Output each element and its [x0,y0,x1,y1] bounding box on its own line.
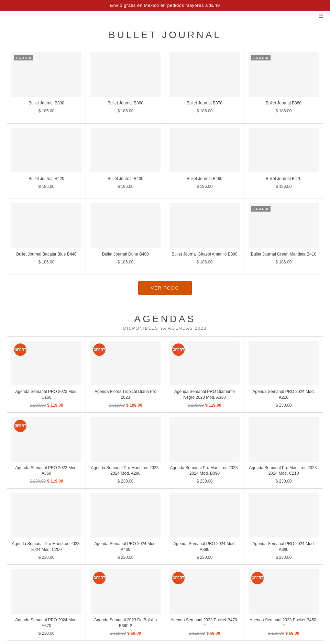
product-card[interactable]: Bullet Journal Dune B400$ 186.00 [86,199,165,274]
product-card[interactable]: Agenda Semanal Pro Maestros 2023-2024 Mo… [165,413,244,489]
original-price: $ 230.00 [30,403,46,408]
product-name: Agenda Semanal 2023 Pocket B450-2 [249,617,319,629]
product-price-container: $ 186.00 [118,259,134,265]
product-card[interactable]: OFERTAgenda Semanal 2023 Pocket B470-2$ … [165,565,244,641]
original-price: $ 119.00 [189,631,205,636]
product-card[interactable]: OFERTAgenda Semanal 2023 De Bolsillo B36… [86,565,165,641]
regular-price: $ 186.00 [118,184,134,189]
product-name: Bullet Journal Bacalar Blue B440 [16,251,76,257]
product-card[interactable]: OFERTAgenda Flores Tropical Diaria Pro 2… [86,336,165,413]
regular-price: $ 230.00 [197,555,213,560]
product-name: Agenda Semanal PRO 2024 Mod. A390 [169,541,240,553]
product-price-container: $ 169.00$ 69.00 [268,630,299,636]
product-price-container: $ 230.00 [38,554,55,560]
regular-price: $ 186.00 [276,109,292,113]
bj-ver-todo-container: VER TODO [0,281,330,295]
product-card[interactable]: AGOTADBullet Journal Green Mandala B410$… [244,199,323,274]
original-price: $ 230.00 [30,479,46,484]
regular-price: $ 230.00 [276,403,292,408]
product-price-container: $ 230.00 [276,478,292,484]
product-name: Agenda Semanal PRO 2024 Mod. A210 [249,389,319,400]
product-name: Bullet Journal B360 [108,100,143,106]
product-name: Bullet Journal B330 [29,100,64,106]
product-price-container: $ 119.00$ 69.00 [189,630,220,636]
product-card[interactable]: Agenda Semanal PRO 2024 Mod. A370$ 230.0… [7,565,86,641]
product-name: Bullet Journal Green Mandala B410 [251,251,316,257]
product-price-container: $ 186.00 [38,183,55,189]
product-price-container: $ 186.00 [197,259,213,265]
regular-price: $ 230.00 [38,555,55,560]
product-name: Agenda Semanal 2023 Pocket B470-2 [169,617,240,629]
oferta-badge: OFERT [93,572,106,584]
original-price: $ 169.00 [268,631,284,636]
product-price-container: $ 186.00 [38,108,55,114]
product-price-container: $ 186.00 [118,183,134,189]
product-name: Bullet Journal Dune B400 [102,251,149,257]
product-card[interactable]: Bullet Journal Girasol Amarillo B390$ 18… [165,199,244,274]
product-card[interactable]: Agenda Semanal PRO 2024 Mod. A380$ 230.0… [244,488,323,565]
product-card[interactable]: AGOTADBullet Journal B330$ 186.00 [7,48,86,123]
product-card[interactable]: Bullet Journal B360$ 186.00 [86,48,165,123]
regular-price: $ 230.00 [118,479,134,484]
bj-ver-todo-button[interactable]: VER TODO [138,281,191,295]
bullet-journal-grid: AGOTADBullet Journal B330$ 186.00Bullet … [0,48,330,274]
regular-price: $ 230.00 [197,479,213,484]
top-nav: ☰ [0,11,330,21]
product-card[interactable]: Bullet Journal B420$ 186.00 [7,123,86,199]
product-price-container: $ 230.00$ 119.00 [188,402,221,408]
product-card[interactable]: Agenda Semanal Pro Maestros 2023-2024 Mo… [86,413,165,489]
product-card[interactable]: Agenda Semanal PRO 2024 Mod. A390$ 230.0… [165,488,244,565]
regular-price: $ 186.00 [197,109,213,113]
regular-price: $ 186.00 [38,184,55,189]
product-name: Agenda Semanal 2023 De Bolsillo B360-2 [90,617,161,629]
product-card[interactable]: Bullet Journal B470$ 186.00 [244,123,323,199]
product-name: Agenda Semanal Pro Maestros 2023-2024 Mo… [90,465,161,477]
regular-price: $ 186.00 [197,260,213,264]
sale-price: $ 199.00 [126,403,142,408]
agendas-grid: OFERTAgenda Semanal PRO 2023 Mod. C160$ … [0,336,330,641]
product-card[interactable]: Agenda Semanal Pro Maestros 2023-2024 Mo… [7,488,86,565]
regular-price: $ 186.00 [38,109,55,113]
product-name: Bullet Journal Girasol Amarillo B390 [172,251,237,257]
product-card[interactable]: Bullet Journal Bacalar Blue B440$ 186.00 [7,199,86,274]
agendas-subtitle: DISPONIBLES YA AGENDAS 2023 [0,326,330,331]
bullet-journal-title: BULLET JOURNAL [0,30,330,41]
product-price-container: $ 230.00 [276,554,292,560]
product-price-container: $ 230.00 [38,630,55,636]
product-card[interactable]: Bullet Journal B430$ 186.00 [86,123,165,199]
product-name: Agenda Semanal PRO 2023 Mod. C160 [11,389,81,400]
regular-price: $ 230.00 [276,555,292,560]
product-name: Bullet Journal B460 [187,176,222,182]
product-price-container: $ 319.00$ 69.00 [110,630,141,636]
product-name: Bullet Journal B430 [108,176,143,182]
menu-icon[interactable]: ☰ [318,13,323,19]
oferta-badge: OFERT [172,343,185,356]
agendas-title: AGENDAS [0,314,330,325]
agotado-badge: AGOTAD [14,55,33,60]
oferta-badge: OFERT [93,343,106,356]
product-card[interactable]: Agenda Semanal Pro Maestros 2023-2024 Mo… [244,413,323,489]
product-name: Agenda Semanal Pro Maestros 2023-2024 Mo… [11,541,81,553]
agotado-badge: AGOTAD [251,206,271,212]
product-name: Bullet Journal B370 [187,100,222,106]
product-name: Agenda Semanal PRO 2024 Mod. A370 [11,617,81,629]
product-card[interactable]: Agenda Semanal PRO 2024 Mod. A400$ 230.0… [86,488,165,565]
oferta-badge: OFERT [14,420,26,432]
product-price-container: $ 230.00 [197,478,213,484]
sale-price: $ 119.00 [47,403,63,408]
product-name: Agenda Semanal PRO Diamante Negro 2023 M… [169,389,240,400]
product-card[interactable]: OFERTAgenda Semanal PRO 2023 Mod. A360$ … [7,413,86,489]
product-card[interactable]: Bullet Journal B460$ 186.00 [165,123,244,199]
product-card[interactable]: OFERTAgenda Semanal 2023 Pocket B450-2$ … [244,565,323,641]
regular-price: $ 230.00 [38,631,55,636]
product-price-container: $ 186.00 [276,259,292,265]
product-card[interactable]: OFERTAgenda Semanal PRO Diamante Negro 2… [165,336,244,413]
regular-price: $ 186.00 [118,260,134,264]
product-card[interactable]: OFERTAgenda Semanal PRO 2023 Mod. C160$ … [7,336,86,413]
product-price-container: $ 319.00$ 199.00 [109,402,142,408]
product-card[interactable]: Bullet Journal B370$ 186.00 [165,48,244,123]
product-card[interactable]: AGOTADBullet Journal B380$ 186.00 [244,48,323,123]
product-card[interactable]: Agenda Semanal PRO 2024 Mod. A210$ 230.0… [244,336,323,413]
regular-price: $ 186.00 [197,184,213,189]
product-name: Bullet Journal B420 [29,176,64,182]
